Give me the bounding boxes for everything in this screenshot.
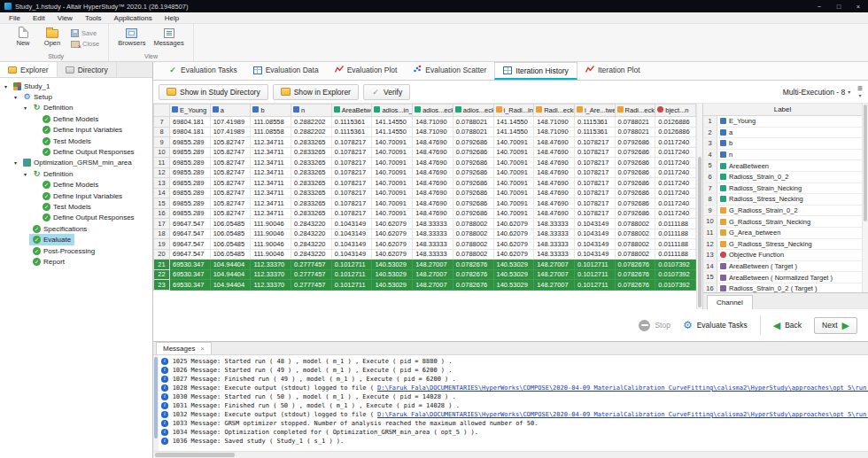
- close-icon[interactable]: ×: [200, 345, 204, 352]
- message-line[interactable]: 1026Message: Started run ( 49 ) , model …: [161, 366, 868, 375]
- label-row-g-radioss-stress-necking[interactable]: 12G_Radioss_Stress_Necking: [703, 239, 862, 251]
- column-header-adios-eckin[interactable]: adios...eckin: [453, 105, 493, 117]
- label-row-radioss-stress-necking[interactable]: 8Radioss_Stress_Necking: [703, 194, 862, 206]
- tab-directory[interactable]: Directory: [58, 62, 117, 77]
- message-file-link[interactable]: D:\Faruk_Fala\DOCUMENTARIES\HyperWorks\C…: [377, 384, 868, 392]
- column-header-i-radi-in-0[interactable]: i_Radi...in_0_: [493, 105, 534, 117]
- tab-iteration-plot[interactable]: Iteration Plot: [577, 62, 648, 80]
- tree-item-define-input-variables[interactable]: Define Input Variables: [0, 125, 152, 136]
- toolbar-show-in-explorer-button[interactable]: Show in Explorer: [273, 84, 359, 100]
- stop-button[interactable]: Stop: [639, 320, 670, 331]
- ribbon-save-button[interactable]: Save: [71, 29, 99, 37]
- tree-item-specifications[interactable]: Specifications: [0, 223, 152, 234]
- label-vertical-scrollbar[interactable]: [862, 104, 868, 292]
- evaluate-tasks-button[interactable]: Evaluate Tasks: [683, 320, 748, 330]
- message-line[interactable]: 1027Message: Finished run ( 49 ) , model…: [161, 375, 868, 384]
- column-header-bject-n[interactable]: bject...n: [655, 105, 696, 117]
- label-row-areabetween-normalized-target[interactable]: 15AreaBetween ( Normalized Target ): [703, 272, 862, 283]
- table-row-10[interactable]: 1069855.289105.82747112.347110.28332650.…: [154, 147, 696, 158]
- ribbon-open-button[interactable]: Open: [42, 27, 63, 47]
- column-header-a[interactable]: a: [210, 105, 251, 117]
- tab-evaluation-plot[interactable]: Evaluation Plot: [327, 62, 406, 80]
- table-vertical-scrollbar[interactable]: [696, 104, 702, 309]
- menu-item-view[interactable]: View: [51, 14, 79, 22]
- message-file-link[interactable]: D:\Faruk_Fala\DOCUMENTARIES\HyperWorks\C…: [377, 410, 868, 419]
- message-line[interactable]: 1030Message: Started run ( 50 ) , model …: [161, 392, 868, 401]
- menu-item-file[interactable]: File: [3, 14, 27, 22]
- tree-item-definition[interactable]: ▾Definition: [0, 168, 152, 179]
- tree-item-post-processing[interactable]: Post-Processing: [0, 245, 152, 256]
- scrollbar-thumb[interactable]: [154, 357, 158, 439]
- messages-vertical-scrollbar[interactable]: [153, 355, 159, 451]
- table-row-16[interactable]: 1669855.289105.82747112.347110.28332650.…: [154, 208, 696, 219]
- table-row-19[interactable]: 1969647.547106.05485111.900460.28432200.…: [154, 239, 696, 250]
- table-row-22[interactable]: 2269530.347104.94404112.333700.27774570.…: [154, 269, 696, 280]
- table-row-17[interactable]: 1769647.547106.05485111.900460.28432200.…: [154, 219, 696, 229]
- tree-item-optimization-grsm-min-area[interactable]: ▾Optimization_GRSM_min_area: [0, 158, 152, 168]
- tree-item-setup[interactable]: ▾Setup: [0, 91, 152, 102]
- column-header-i-are-tween[interactable]: i_Are...tween: [574, 105, 615, 117]
- collapse-chevron-icon[interactable]: ▾: [859, 92, 862, 99]
- table-row-7[interactable]: 769804.181107.41989111.085580.28822020.1…: [154, 117, 696, 128]
- label-row-a[interactable]: 2a: [703, 128, 862, 139]
- label-row-b[interactable]: 3b: [703, 138, 862, 150]
- label-row-areabetween-target[interactable]: 14AreaBetween ( Target ): [703, 261, 862, 273]
- tree-item-report[interactable]: Report: [0, 256, 152, 267]
- label-row-radioss-strain-necking[interactable]: 7Radioss_Strain_Necking: [703, 183, 862, 195]
- message-line[interactable]: 1036Message: Saved study ( Study_1 ( s_1…: [161, 437, 868, 446]
- column-header-areabetween[interactable]: AreaBetween: [331, 105, 372, 117]
- multi-execution-dropdown[interactable]: Multi-Execution - 8 ▾: [783, 88, 850, 97]
- table-row-11[interactable]: 1169855.289105.82747112.347110.28332650.…: [154, 158, 696, 168]
- label-row-e-young[interactable]: 1E_Young: [703, 116, 862, 128]
- column-header-adios-eckin[interactable]: adios...eckin: [413, 105, 453, 117]
- column-header-radi-eckin[interactable]: Radi...eckin: [534, 105, 575, 117]
- close-button[interactable]: ×: [849, 0, 868, 12]
- tree-item-define-input-variables[interactable]: Define Input Variables: [0, 190, 152, 201]
- tree-item-evaluate[interactable]: Evaluate: [0, 234, 152, 245]
- minimize-button[interactable]: −: [810, 0, 829, 12]
- tree-item-define-models[interactable]: Define Models: [0, 180, 152, 190]
- label-row-g-area-between[interactable]: 11G_Area_between: [703, 228, 862, 239]
- maximize-button[interactable]: □: [829, 0, 849, 12]
- scrollbar-thumb[interactable]: [698, 157, 701, 307]
- tab-iteration-history[interactable]: Iteration History: [494, 62, 577, 80]
- tab-evaluation-tasks[interactable]: Evaluation Tasks: [160, 62, 245, 80]
- table-row-8[interactable]: 869804.181107.41989111.085580.28822020.1…: [154, 127, 696, 137]
- message-line[interactable]: 1032Message: Execute output (stdout) log…: [161, 410, 868, 419]
- table-row-23[interactable]: 2369530.347104.94404112.333700.27774570.…: [154, 280, 696, 291]
- hamburger-menu-icon[interactable]: ≡: [857, 85, 863, 92]
- tab-messages[interactable]: Messages ×: [156, 342, 212, 354]
- tab-explorer[interactable]: Explorer: [0, 62, 58, 77]
- table-row-21[interactable]: 2169530.347104.94404112.333700.27774570.…: [154, 260, 696, 270]
- message-line[interactable]: 1028Message: Execute output (stdout) log…: [161, 384, 868, 392]
- menu-item-applications[interactable]: Applications: [108, 14, 159, 22]
- next-button[interactable]: Next: [814, 317, 857, 334]
- table-row-14[interactable]: 1469855.289105.82747112.347110.28332650.…: [154, 188, 696, 198]
- table-row-12[interactable]: 1269855.289105.82747112.347110.28332650.…: [154, 167, 696, 178]
- message-line[interactable]: 1033Message: GRSM optimizer stopped. Num…: [161, 419, 868, 428]
- message-line[interactable]: 1025Message: Started run ( 48 ) , model …: [161, 357, 868, 366]
- table-row-20[interactable]: 2069647.547106.05485111.900460.28432200.…: [154, 249, 696, 260]
- column-header-b[interactable]: b: [251, 105, 291, 117]
- tab-channel[interactable]: Channel: [707, 295, 753, 309]
- tab-evaluation-data[interactable]: Evaluation Data: [245, 62, 327, 80]
- message-line[interactable]: 1031Message: Finished run ( 50 ) , model…: [161, 401, 868, 410]
- label-row-n[interactable]: 4n: [703, 150, 862, 161]
- ribbon-close-button[interactable]: Close: [71, 40, 99, 48]
- label-row-radioss-strain-0-2-target[interactable]: 16Radioss_Strain_0_2 ( Target ): [703, 283, 862, 292]
- label-row-radioss-strain-0-2[interactable]: 6Radioss_Strain_0_2: [703, 172, 862, 183]
- tree-item-test-models[interactable]: Test Models: [0, 136, 152, 146]
- tree-item-define-output-responses[interactable]: Define Output Responses: [0, 213, 152, 223]
- menu-item-help[interactable]: Help: [159, 14, 185, 22]
- tree-item-study-1[interactable]: ▾Study_1: [0, 81, 152, 91]
- message-line[interactable]: 1034Message: Optimization completed for …: [161, 428, 868, 437]
- label-row-g-radioss-strain-0-2[interactable]: 9G_Radioss_Strain_0_2: [703, 206, 862, 217]
- column-header-e-young[interactable]: E_Young: [170, 105, 211, 117]
- ribbon-browsers-button[interactable]: Browsers: [118, 27, 145, 47]
- menu-item-edit[interactable]: Edit: [27, 14, 51, 22]
- messages-horizontal-scrollbar[interactable]: [153, 451, 868, 458]
- toolbar-show-in-study-directory-button[interactable]: Show in Study Directory: [159, 84, 268, 100]
- tree-item-definition[interactable]: ▾Definition: [0, 103, 152, 113]
- table-row-13[interactable]: 1369855.289105.82747112.347110.28332650.…: [154, 178, 696, 189]
- column-header-adios-in-0[interactable]: adios...in_0_: [372, 105, 413, 117]
